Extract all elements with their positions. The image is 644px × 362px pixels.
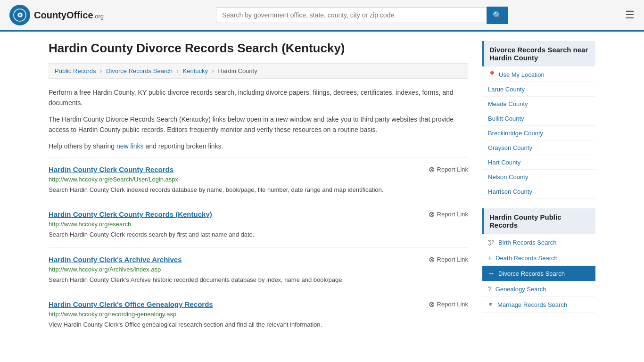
nearby-county-link-3[interactable]: Breckinridge County bbox=[488, 130, 543, 137]
breadcrumb-divorce-records[interactable]: Divorce Records Search bbox=[106, 67, 173, 74]
nearby-county-6[interactable]: Nelson County bbox=[482, 170, 595, 184]
pub-rec-item-4[interactable]: ⚭ Marriage Records Search bbox=[482, 297, 595, 313]
record-title-3[interactable]: Hardin County Clerk's Office Genealogy R… bbox=[49, 300, 213, 308]
nearby-county-4[interactable]: Grayson County bbox=[482, 140, 595, 155]
menu-icon[interactable]: ☰ bbox=[625, 9, 635, 21]
record-item-0: Hardin County Clerk County Records ⊗ Rep… bbox=[49, 157, 468, 202]
logo-area: ⚙ CountyOffice.org bbox=[9, 5, 104, 25]
record-desc-1: Search Hardin County Clerk records searc… bbox=[49, 230, 468, 239]
new-links-link[interactable]: new links bbox=[116, 142, 144, 150]
search-input[interactable] bbox=[216, 7, 487, 23]
record-url-0[interactable]: http://www.hccoky.org/eSearch/User/Login… bbox=[49, 176, 468, 183]
public-records-section: Hardin County Public Records 🕊 Birth Rec… bbox=[482, 208, 595, 313]
report-label-2: Report Link bbox=[437, 256, 468, 263]
pub-rec-link-2[interactable]: Divorce Records Search bbox=[498, 270, 565, 277]
breadcrumb-kentucky[interactable]: Kentucky bbox=[183, 67, 208, 74]
logo-icon: ⚙ bbox=[9, 5, 30, 25]
pub-rec-icon-4: ⚭ bbox=[488, 301, 494, 308]
page-title: Hardin County Divorce Records Search (Ke… bbox=[49, 41, 468, 56]
pub-rec-item-2[interactable]: ↔ Divorce Records Search bbox=[482, 266, 595, 281]
record-desc-0: Search Hardin County Clerk indexed recor… bbox=[49, 185, 468, 195]
record-item-2: Hardin County Clerk's Archive Archives ⊗… bbox=[49, 247, 468, 292]
nearby-county-link-5[interactable]: Hart County bbox=[488, 159, 520, 166]
nearby-county-link-0[interactable]: Larue County bbox=[488, 86, 525, 93]
breadcrumb-public-records[interactable]: Public Records bbox=[55, 67, 96, 74]
location-icon: 📍 bbox=[488, 71, 496, 78]
nearby-county-link-6[interactable]: Nelson County bbox=[488, 173, 528, 181]
pub-rec-icon-3: ? bbox=[488, 285, 492, 293]
pub-rec-link-0[interactable]: Birth Records Search bbox=[498, 239, 557, 246]
breadcrumb-hardin-county: Hardin County bbox=[218, 67, 257, 74]
report-icon-3: ⊗ bbox=[429, 300, 435, 309]
description-para2: The Hardin County Divorce Records Search… bbox=[49, 114, 468, 135]
main-content: Hardin County Divorce Records Search (Ke… bbox=[49, 41, 468, 337]
pub-rec-item-3[interactable]: ? Genealogy Search bbox=[482, 281, 595, 297]
records-list: Hardin County Clerk County Records ⊗ Rep… bbox=[49, 157, 468, 337]
search-bar: 🔍 bbox=[216, 7, 508, 24]
nearby-county-0[interactable]: Larue County bbox=[482, 82, 595, 97]
report-label-0: Report Link bbox=[437, 166, 468, 173]
report-link-2[interactable]: ⊗ Report Link bbox=[429, 255, 468, 264]
report-label-1: Report Link bbox=[437, 211, 468, 218]
record-url-2[interactable]: http://www.hccoky.org/Archives/index.asp bbox=[49, 266, 468, 273]
report-icon-0: ⊗ bbox=[429, 165, 435, 174]
sidebar: Divorce Records Search near Hardin Count… bbox=[482, 41, 595, 337]
record-header-0: Hardin County Clerk County Records ⊗ Rep… bbox=[49, 165, 468, 174]
pub-rec-icon-2: ↔ bbox=[488, 270, 495, 277]
record-desc-3: View Hardin County Clerk's Office geneal… bbox=[49, 320, 468, 329]
pub-rec-icon-0: 🕊 bbox=[488, 239, 495, 246]
report-icon-2: ⊗ bbox=[429, 255, 435, 264]
record-item-3: Hardin County Clerk's Office Genealogy R… bbox=[49, 292, 468, 337]
pub-rec-link-4[interactable]: Marriage Records Search bbox=[497, 301, 567, 308]
public-records-header: Hardin County Public Records bbox=[482, 208, 595, 234]
record-item-1: Hardin County Clerk County Records (Kent… bbox=[49, 202, 468, 247]
nearby-county-link-2[interactable]: Bullitt County bbox=[488, 115, 524, 122]
use-my-location-item[interactable]: 📍 Use My Location bbox=[482, 67, 595, 82]
report-link-0[interactable]: ⊗ Report Link bbox=[429, 165, 468, 174]
record-title-1[interactable]: Hardin County Clerk County Records (Kent… bbox=[49, 210, 212, 218]
use-my-location-link[interactable]: Use My Location bbox=[499, 71, 545, 78]
nearby-county-1[interactable]: Meade County bbox=[482, 97, 595, 111]
report-link-1[interactable]: ⊗ Report Link bbox=[429, 210, 468, 219]
nearby-county-3[interactable]: Breckinridge County bbox=[482, 126, 595, 140]
pub-rec-item-0[interactable]: 🕊 Birth Records Search bbox=[482, 235, 595, 250]
nearby-section: Divorce Records Search near Hardin Count… bbox=[482, 41, 595, 199]
record-header-3: Hardin County Clerk's Office Genealogy R… bbox=[49, 300, 468, 309]
pub-rec-item-1[interactable]: + Death Records Search bbox=[482, 250, 595, 266]
nearby-county-link-7[interactable]: Harrison County bbox=[488, 188, 532, 195]
search-button[interactable]: 🔍 bbox=[487, 7, 508, 24]
nearby-county-2[interactable]: Bullitt County bbox=[482, 111, 595, 126]
main-container: Hardin County Divorce Records Search (Ke… bbox=[39, 32, 605, 346]
report-icon-1: ⊗ bbox=[429, 210, 435, 219]
public-records-list: 🕊 Birth Records Search + Death Records S… bbox=[482, 235, 595, 313]
nearby-header: Divorce Records Search near Hardin Count… bbox=[482, 41, 595, 66]
breadcrumb: Public Records › Divorce Records Search … bbox=[49, 63, 468, 79]
record-title-0[interactable]: Hardin County Clerk County Records bbox=[49, 165, 173, 173]
nearby-list: 📍 Use My Location Larue CountyMeade Coun… bbox=[482, 67, 595, 199]
nearby-county-link-4[interactable]: Grayson County bbox=[488, 144, 532, 151]
site-header: ⚙ CountyOffice.org 🔍 ☰ bbox=[0, 0, 644, 32]
svg-text:⚙: ⚙ bbox=[17, 11, 23, 19]
record-header-1: Hardin County Clerk County Records (Kent… bbox=[49, 210, 468, 219]
record-title-2[interactable]: Hardin County Clerk's Archive Archives bbox=[49, 255, 182, 263]
record-url-3[interactable]: http://www.hccoky.org/recording-genealog… bbox=[49, 311, 468, 318]
nearby-counties-list: Larue CountyMeade CountyBullitt CountyBr… bbox=[482, 82, 595, 199]
nearby-county-7[interactable]: Harrison County bbox=[482, 184, 595, 199]
record-header-2: Hardin County Clerk's Archive Archives ⊗… bbox=[49, 255, 468, 264]
logo-text: CountyOffice.org bbox=[34, 10, 104, 21]
record-desc-2: Search Hardin County Clerk's Archive his… bbox=[49, 275, 468, 285]
pub-rec-link-3[interactable]: Genealogy Search bbox=[495, 286, 546, 293]
report-label-3: Report Link bbox=[437, 301, 468, 308]
pub-rec-link-1[interactable]: Death Records Search bbox=[495, 255, 558, 262]
description-para1: Perform a free Hardin County, KY public … bbox=[49, 87, 468, 108]
description-para3: Help others by sharing new links and rep… bbox=[49, 141, 468, 151]
pub-rec-icon-1: + bbox=[488, 254, 492, 262]
nearby-county-5[interactable]: Hart County bbox=[482, 155, 595, 170]
nearby-county-link-1[interactable]: Meade County bbox=[488, 100, 528, 107]
record-url-1[interactable]: http://www.hccoky.org/esearch bbox=[49, 221, 468, 228]
report-link-3[interactable]: ⊗ Report Link bbox=[429, 300, 468, 309]
